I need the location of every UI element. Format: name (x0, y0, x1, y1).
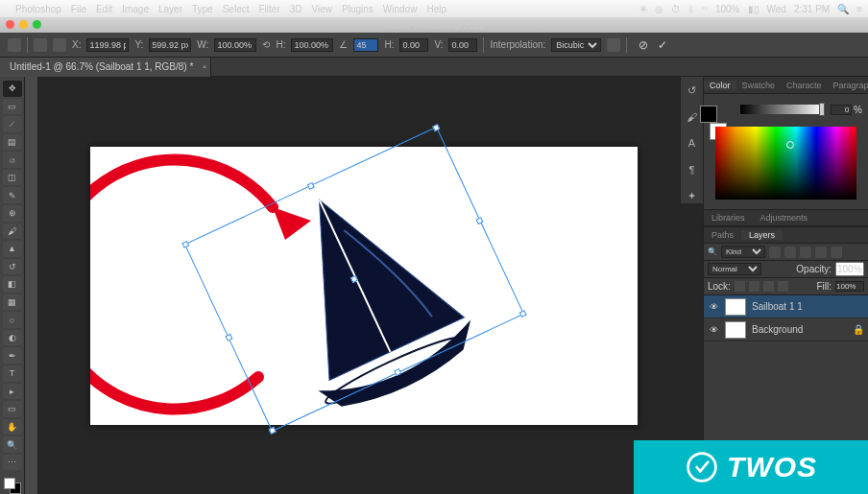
tab-paths[interactable]: Paths (704, 230, 741, 240)
type-tool[interactable]: T (3, 365, 22, 382)
status-icon[interactable]: ◎ (655, 4, 663, 14)
window-minimize-button[interactable] (19, 20, 28, 29)
heal-tool[interactable]: ⊕ (3, 205, 22, 222)
bg-color-swatch[interactable] (700, 106, 717, 123)
lock-position-icon[interactable] (763, 281, 774, 292)
path-select-tool[interactable]: ▸ (3, 384, 22, 400)
zoom-tool[interactable]: 🔍 (3, 436, 22, 453)
tab-swatches[interactable]: Swatche (736, 81, 782, 90)
object-select-tool[interactable]: ▤ (3, 134, 22, 151)
y-input[interactable] (149, 38, 191, 52)
menu-filter[interactable]: Filter (258, 4, 279, 14)
bluetooth-icon[interactable]: ᛒ (688, 4, 694, 14)
home-icon[interactable] (8, 38, 21, 52)
warp-icon[interactable] (607, 38, 620, 52)
layer-row[interactable]: 👁 Background 🔒 (704, 318, 868, 341)
skew-v-input[interactable] (448, 38, 477, 52)
filter-pixel-icon[interactable] (769, 247, 781, 258)
layer-thumbnail[interactable] (725, 321, 746, 339)
status-icon[interactable]: ⏱ (671, 4, 681, 14)
menu-plugins[interactable]: Plugins (342, 4, 374, 14)
lock-all-icon[interactable] (778, 281, 788, 292)
menu-window[interactable]: Window (383, 4, 418, 14)
shape-tool[interactable]: ▭ (3, 401, 22, 417)
eraser-tool[interactable]: ◧ (3, 276, 22, 293)
layer-thumbnail[interactable] (725, 298, 746, 316)
layer-filter-select[interactable]: Kind (721, 246, 765, 258)
properties-panel-icon[interactable]: ✦ (686, 190, 699, 203)
close-tab-button[interactable]: × (203, 62, 207, 71)
transform-handle[interactable] (432, 124, 440, 131)
tab-layers[interactable]: Layers (741, 230, 783, 240)
menu-image[interactable]: Image (122, 4, 149, 14)
lasso-tool[interactable]: ⟋ (3, 116, 22, 132)
transform-center[interactable] (350, 275, 358, 283)
window-close-button[interactable] (6, 20, 14, 29)
fill-input[interactable] (835, 281, 864, 292)
tab-character[interactable]: Characte (781, 81, 828, 90)
brush-tool[interactable]: 🖌 (3, 223, 22, 240)
skew-h-input[interactable] (399, 38, 428, 52)
history-brush-tool[interactable]: ↺ (3, 259, 22, 275)
menu-file[interactable]: File (71, 4, 86, 14)
move-tool[interactable]: ✥ (3, 81, 22, 97)
link-wh-icon[interactable]: ⟲ (262, 39, 270, 50)
lock-transparency-icon[interactable] (735, 281, 745, 292)
tab-color[interactable]: Color (704, 81, 736, 90)
gradient-tool[interactable]: ▦ (3, 294, 22, 311)
brushes-panel-icon[interactable]: 🖌 (686, 111, 699, 125)
menu-app[interactable]: Photoshop (15, 4, 61, 14)
spotlight-icon[interactable]: 🔍 (837, 4, 849, 14)
menu-select[interactable]: Select (223, 4, 250, 14)
stamp-tool[interactable]: ▲ (3, 241, 22, 257)
dodge-tool[interactable]: ◐ (3, 330, 22, 346)
w-input[interactable] (214, 38, 256, 52)
layer-name[interactable]: Sailboat 1 1 (752, 301, 803, 312)
filter-adjust-icon[interactable] (784, 247, 796, 258)
menu-extra-icon[interactable]: ≡ (856, 4, 862, 14)
paragraph-panel-icon[interactable]: ¶ (686, 164, 699, 177)
commit-transform-button[interactable]: ✓ (658, 38, 667, 52)
layer-row[interactable]: 👁 Sailboat 1 1 (704, 295, 868, 318)
color-value[interactable]: 0 (831, 105, 852, 115)
history-panel-icon[interactable]: ↺ (686, 84, 699, 98)
document-tab[interactable]: Untitled-1 @ 66.7% (Sailboat 1 1, RGB/8)… (0, 58, 211, 77)
transform-handle[interactable] (226, 333, 233, 341)
character-panel-icon[interactable]: A (686, 137, 699, 151)
tab-libraries[interactable]: Libraries (704, 213, 753, 223)
edit-toolbar[interactable]: ⋯ (3, 455, 22, 471)
color-swatches[interactable] (4, 478, 21, 494)
window-zoom-button[interactable] (33, 20, 41, 29)
visibility-toggle[interactable]: 👁 (708, 301, 719, 313)
tab-paragraph[interactable]: Paragrap (828, 81, 868, 90)
vertical-ruler[interactable] (25, 77, 38, 494)
canvas-area[interactable] (25, 77, 703, 494)
crop-tool[interactable]: ⟃ (3, 152, 22, 168)
status-icon[interactable]: ✳ (639, 4, 647, 14)
menu-view[interactable]: View (312, 4, 333, 14)
filter-smart-icon[interactable] (831, 247, 842, 258)
angle-input[interactable] (353, 38, 378, 52)
wifi-icon[interactable]: ⌔ (702, 4, 708, 14)
interpolation-select[interactable]: Bicubic (551, 38, 601, 52)
eyedropper-tool[interactable]: ✎ (3, 187, 22, 203)
lock-pixels-icon[interactable] (749, 281, 760, 292)
artboard[interactable] (90, 147, 638, 425)
menu-edit[interactable]: Edit (96, 4, 112, 14)
transform-handle[interactable] (181, 240, 189, 247)
transform-handle[interactable] (307, 182, 315, 190)
layer-name[interactable]: Background (752, 324, 803, 335)
menu-layer[interactable]: Layer (158, 4, 182, 14)
filter-type-icon[interactable] (800, 247, 811, 258)
menu-type[interactable]: Type (192, 4, 213, 14)
menu-help[interactable]: Help (426, 4, 446, 14)
h-input[interactable] (291, 38, 333, 52)
visibility-toggle[interactable]: 👁 (708, 324, 719, 336)
blend-mode-select[interactable]: Normal (708, 263, 761, 275)
transform-handle[interactable] (269, 426, 277, 434)
hand-tool[interactable]: ✋ (3, 419, 22, 435)
filter-shape-icon[interactable] (815, 247, 827, 258)
hue-slider[interactable] (740, 105, 823, 114)
menu-3d[interactable]: 3D (290, 4, 302, 14)
frame-tool[interactable]: ◫ (3, 170, 22, 186)
